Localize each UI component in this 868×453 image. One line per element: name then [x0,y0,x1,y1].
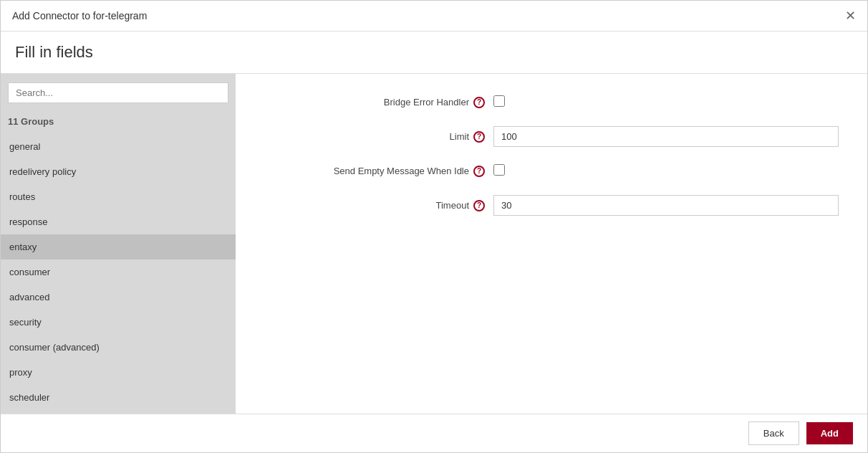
label-bridge-error-handler: Bridge Error Handler ? [264,97,493,108]
control-timeout [493,195,839,216]
input-limit[interactable] [493,126,839,147]
sidebar-item-advanced[interactable]: advanced [1,285,236,310]
help-icon-limit[interactable]: ? [473,131,485,143]
content-area: 11 Groups general redelivery policy rout… [1,74,867,414]
sidebar-item-consumer-advanced[interactable]: consumer (advanced) [1,335,236,360]
back-button[interactable]: Back [748,421,799,445]
add-button[interactable]: Add [806,422,853,444]
sidebar-item-redelivery-policy[interactable]: redelivery policy [1,159,236,184]
modal-container: Add Connector to for-telegram ✕ Fill in … [0,0,868,453]
help-icon-send-empty-message[interactable]: ? [473,166,485,177]
input-timeout[interactable] [493,195,839,216]
sidebar-item-security[interactable]: security [1,310,236,335]
checkbox-bridge-error-handler[interactable] [493,95,505,107]
search-input[interactable] [8,82,228,103]
search-container [1,74,236,112]
modal-footer: Back Add [1,414,867,452]
label-send-empty-message: Send Empty Message When Idle ? [264,166,493,177]
main-panel: Bridge Error Handler ? Limit ? [236,74,867,414]
label-limit: Limit ? [264,131,493,143]
sidebar-item-response[interactable]: response [1,209,236,234]
sidebar-item-proxy[interactable]: proxy [1,360,236,385]
control-send-empty-message [493,164,839,178]
page-title: Fill in fields [1,32,867,74]
form-row-bridge-error-handler: Bridge Error Handler ? [264,95,839,109]
modal-title: Add Connector to for-telegram [12,10,147,22]
help-icon-timeout[interactable]: ? [473,200,485,211]
control-limit [493,126,839,147]
sidebar-item-routes[interactable]: routes [1,184,236,209]
form-row-limit: Limit ? [264,126,839,147]
sidebar-item-scheduler[interactable]: scheduler [1,385,236,410]
sidebar-item-consumer[interactable]: consumer [1,259,236,285]
sidebar-item-general[interactable]: general [1,134,236,159]
help-icon-bridge-error-handler[interactable]: ? [473,97,485,108]
label-timeout: Timeout ? [264,200,493,211]
groups-label: 11 Groups [1,112,236,134]
modal-body: Fill in fields 11 Groups general redeliv… [1,32,867,414]
close-button[interactable]: ✕ [845,9,856,22]
control-bridge-error-handler [493,95,839,109]
form-row-timeout: Timeout ? [264,195,839,216]
modal-header: Add Connector to for-telegram ✕ [1,1,867,32]
form-row-send-empty-message: Send Empty Message When Idle ? [264,164,839,178]
sidebar: 11 Groups general redelivery policy rout… [1,74,236,414]
checkbox-send-empty-message[interactable] [493,164,505,176]
sidebar-item-entaxy[interactable]: entaxy [1,234,236,259]
